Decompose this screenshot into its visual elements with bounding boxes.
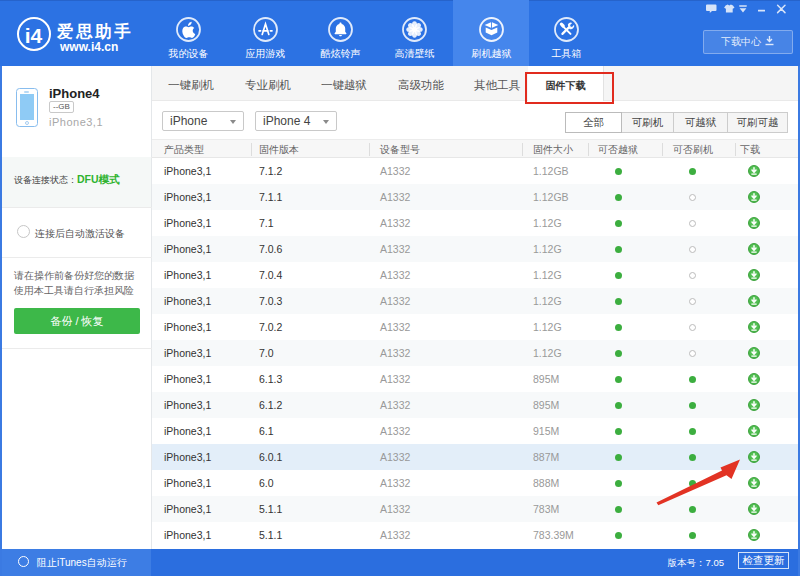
svg-text:i4: i4 bbox=[25, 24, 43, 47]
